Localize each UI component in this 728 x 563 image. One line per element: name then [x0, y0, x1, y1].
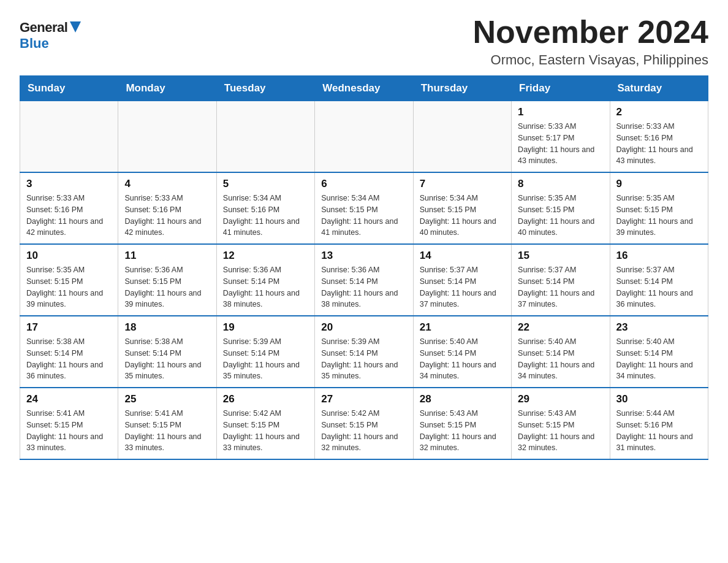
day-info: Sunrise: 5:35 AM Sunset: 5:15 PM Dayligh… [26, 264, 112, 310]
calendar-body: 1Sunrise: 5:33 AM Sunset: 5:17 PM Daylig… [20, 101, 708, 460]
day-number: 20 [321, 321, 406, 334]
day-number: 30 [616, 393, 702, 405]
day-number: 14 [420, 250, 505, 262]
calendar-day-cell [216, 101, 314, 173]
calendar-day-cell: 28Sunrise: 5:43 AM Sunset: 5:15 PM Dayli… [413, 388, 511, 459]
calendar-week-row: 1Sunrise: 5:33 AM Sunset: 5:17 PM Daylig… [20, 101, 708, 173]
day-number: 26 [223, 393, 308, 405]
day-info: Sunrise: 5:33 AM Sunset: 5:16 PM Dayligh… [616, 121, 702, 167]
calendar-day-header: Friday [512, 76, 610, 101]
calendar-day-cell: 4Sunrise: 5:33 AM Sunset: 5:16 PM Daylig… [118, 172, 216, 244]
calendar-day-cell: 15Sunrise: 5:37 AM Sunset: 5:14 PM Dayli… [512, 244, 610, 316]
logo-triangle-icon [70, 21, 81, 33]
calendar-day-cell [413, 101, 511, 173]
calendar-day-cell: 5Sunrise: 5:34 AM Sunset: 5:16 PM Daylig… [216, 172, 314, 244]
svg-marker-0 [70, 21, 81, 33]
calendar-day-cell [315, 101, 413, 173]
calendar-day-cell: 11Sunrise: 5:36 AM Sunset: 5:15 PM Dayli… [118, 244, 216, 316]
day-number: 3 [26, 178, 112, 190]
day-info: Sunrise: 5:40 AM Sunset: 5:14 PM Dayligh… [616, 336, 702, 382]
calendar-day-header: Saturday [610, 76, 708, 101]
day-number: 23 [616, 321, 702, 334]
calendar-day-cell: 20Sunrise: 5:39 AM Sunset: 5:14 PM Dayli… [315, 316, 413, 388]
calendar-day-header: Tuesday [216, 76, 314, 101]
logo-general-text: General [20, 20, 67, 36]
day-number: 2 [616, 106, 702, 118]
day-info: Sunrise: 5:41 AM Sunset: 5:15 PM Dayligh… [124, 408, 210, 454]
calendar-day-cell: 23Sunrise: 5:40 AM Sunset: 5:14 PM Dayli… [610, 316, 708, 388]
day-info: Sunrise: 5:33 AM Sunset: 5:17 PM Dayligh… [518, 121, 603, 167]
day-info: Sunrise: 5:42 AM Sunset: 5:15 PM Dayligh… [321, 408, 406, 454]
calendar-day-cell: 29Sunrise: 5:43 AM Sunset: 5:15 PM Dayli… [512, 388, 610, 459]
calendar-day-cell: 22Sunrise: 5:40 AM Sunset: 5:14 PM Dayli… [512, 316, 610, 388]
day-number: 29 [518, 393, 603, 405]
main-title: November 2024 [473, 15, 708, 50]
calendar-day-header: Wednesday [315, 76, 413, 101]
day-number: 7 [420, 178, 505, 190]
day-number: 6 [321, 178, 406, 190]
calendar-day-cell: 21Sunrise: 5:40 AM Sunset: 5:14 PM Dayli… [413, 316, 511, 388]
calendar-day-cell: 1Sunrise: 5:33 AM Sunset: 5:17 PM Daylig… [512, 101, 610, 173]
day-info: Sunrise: 5:41 AM Sunset: 5:15 PM Dayligh… [26, 408, 112, 454]
day-info: Sunrise: 5:40 AM Sunset: 5:14 PM Dayligh… [518, 336, 603, 382]
day-number: 17 [26, 321, 112, 334]
day-info: Sunrise: 5:39 AM Sunset: 5:14 PM Dayligh… [223, 336, 308, 382]
calendar-week-row: 24Sunrise: 5:41 AM Sunset: 5:15 PM Dayli… [20, 388, 708, 459]
day-number: 15 [518, 250, 603, 262]
day-number: 13 [321, 250, 406, 262]
day-number: 5 [223, 178, 308, 190]
day-info: Sunrise: 5:37 AM Sunset: 5:14 PM Dayligh… [420, 264, 505, 310]
calendar-day-cell: 16Sunrise: 5:37 AM Sunset: 5:14 PM Dayli… [610, 244, 708, 316]
day-info: Sunrise: 5:33 AM Sunset: 5:16 PM Dayligh… [124, 193, 210, 239]
calendar-day-header: Thursday [413, 76, 511, 101]
day-info: Sunrise: 5:38 AM Sunset: 5:14 PM Dayligh… [26, 336, 112, 382]
day-number: 4 [124, 178, 210, 190]
calendar-day-cell: 27Sunrise: 5:42 AM Sunset: 5:15 PM Dayli… [315, 388, 413, 459]
day-info: Sunrise: 5:43 AM Sunset: 5:15 PM Dayligh… [420, 408, 505, 454]
day-number: 25 [124, 393, 210, 405]
day-info: Sunrise: 5:36 AM Sunset: 5:14 PM Dayligh… [321, 264, 406, 310]
calendar-day-header: Sunday [20, 76, 118, 101]
day-number: 21 [420, 321, 505, 334]
calendar-day-cell: 3Sunrise: 5:33 AM Sunset: 5:16 PM Daylig… [20, 172, 118, 244]
calendar-day-cell: 13Sunrise: 5:36 AM Sunset: 5:14 PM Dayli… [315, 244, 413, 316]
day-info: Sunrise: 5:34 AM Sunset: 5:16 PM Dayligh… [223, 193, 308, 239]
day-number: 11 [124, 250, 210, 262]
day-number: 18 [124, 321, 210, 334]
calendar-day-cell: 17Sunrise: 5:38 AM Sunset: 5:14 PM Dayli… [20, 316, 118, 388]
calendar-day-cell: 8Sunrise: 5:35 AM Sunset: 5:15 PM Daylig… [512, 172, 610, 244]
calendar-day-cell: 26Sunrise: 5:42 AM Sunset: 5:15 PM Dayli… [216, 388, 314, 459]
day-number: 1 [518, 106, 603, 118]
calendar-day-cell: 24Sunrise: 5:41 AM Sunset: 5:15 PM Dayli… [20, 388, 118, 459]
day-number: 9 [616, 178, 702, 190]
calendar-week-row: 3Sunrise: 5:33 AM Sunset: 5:16 PM Daylig… [20, 172, 708, 244]
calendar-day-cell: 2Sunrise: 5:33 AM Sunset: 5:16 PM Daylig… [610, 101, 708, 173]
day-info: Sunrise: 5:36 AM Sunset: 5:14 PM Dayligh… [223, 264, 308, 310]
calendar-week-row: 17Sunrise: 5:38 AM Sunset: 5:14 PM Dayli… [20, 316, 708, 388]
calendar-day-cell: 6Sunrise: 5:34 AM Sunset: 5:15 PM Daylig… [315, 172, 413, 244]
calendar-day-cell: 9Sunrise: 5:35 AM Sunset: 5:15 PM Daylig… [610, 172, 708, 244]
calendar-day-cell: 18Sunrise: 5:38 AM Sunset: 5:14 PM Dayli… [118, 316, 216, 388]
calendar-day-cell: 19Sunrise: 5:39 AM Sunset: 5:14 PM Dayli… [216, 316, 314, 388]
day-number: 16 [616, 250, 702, 262]
calendar-day-cell: 14Sunrise: 5:37 AM Sunset: 5:14 PM Dayli… [413, 244, 511, 316]
day-number: 19 [223, 321, 308, 334]
day-info: Sunrise: 5:39 AM Sunset: 5:14 PM Dayligh… [321, 336, 406, 382]
calendar-header: SundayMondayTuesdayWednesdayThursdayFrid… [20, 76, 708, 101]
day-number: 28 [420, 393, 505, 405]
day-info: Sunrise: 5:36 AM Sunset: 5:15 PM Dayligh… [124, 264, 210, 310]
day-info: Sunrise: 5:34 AM Sunset: 5:15 PM Dayligh… [420, 193, 505, 239]
calendar-day-cell: 25Sunrise: 5:41 AM Sunset: 5:15 PM Dayli… [118, 388, 216, 459]
day-number: 24 [26, 393, 112, 405]
calendar-day-cell: 10Sunrise: 5:35 AM Sunset: 5:15 PM Dayli… [20, 244, 118, 316]
day-info: Sunrise: 5:34 AM Sunset: 5:15 PM Dayligh… [321, 193, 406, 239]
day-number: 22 [518, 321, 603, 334]
day-info: Sunrise: 5:44 AM Sunset: 5:16 PM Dayligh… [616, 408, 702, 454]
calendar-day-cell [20, 101, 118, 173]
calendar-day-cell: 12Sunrise: 5:36 AM Sunset: 5:14 PM Dayli… [216, 244, 314, 316]
calendar-day-cell [118, 101, 216, 173]
day-info: Sunrise: 5:37 AM Sunset: 5:14 PM Dayligh… [616, 264, 702, 310]
day-number: 12 [223, 250, 308, 262]
calendar-table: SundayMondayTuesdayWednesdayThursdayFrid… [20, 75, 708, 460]
title-block: November 2024 Ormoc, Eastern Visayas, Ph… [473, 15, 708, 68]
